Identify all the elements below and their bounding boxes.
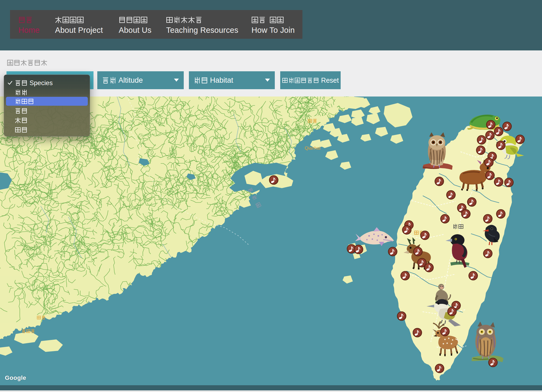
svg-text:Qianhai: Qianhai	[305, 146, 321, 151]
